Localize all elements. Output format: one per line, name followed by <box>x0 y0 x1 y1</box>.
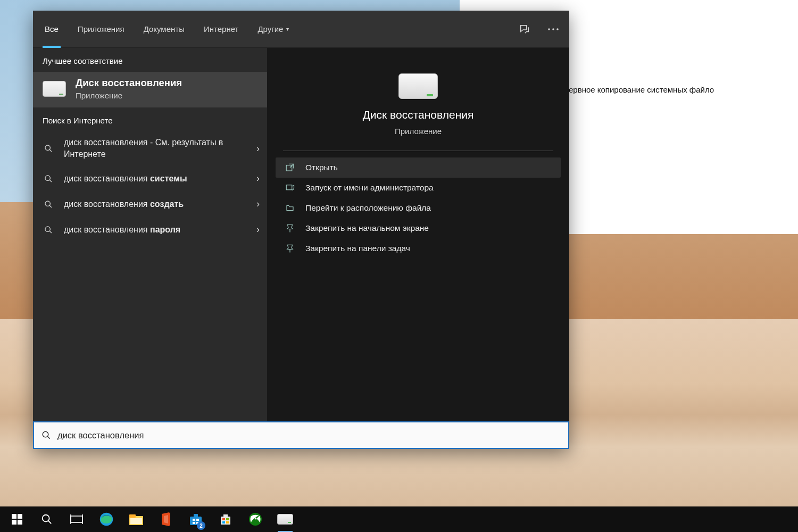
tab-docs-label: Документы <box>144 24 185 34</box>
svg-line-10 <box>49 231 52 233</box>
search-icon <box>41 430 51 440</box>
chevron-right-icon: › <box>256 198 260 210</box>
taskbar-search-button[interactable] <box>32 506 62 532</box>
svg-rect-41 <box>226 521 229 523</box>
open-icon <box>284 163 296 172</box>
web-result-item[interactable]: диск восстановления пароля › <box>33 217 267 243</box>
drive-icon <box>398 73 438 99</box>
svg-point-7 <box>45 201 50 206</box>
action-label: Запуск от имени администратора <box>305 183 434 193</box>
taskbar-app-xbox[interactable] <box>240 506 270 532</box>
chevron-right-icon: › <box>256 143 260 154</box>
search-flyout: Все Приложения Документы Интернет Другие… <box>33 11 569 449</box>
search-icon <box>43 200 54 209</box>
tab-internet[interactable]: Интернет <box>202 11 240 48</box>
tab-docs[interactable]: Документы <box>142 11 187 48</box>
web-result-text: диск восстановления - См. результаты в И… <box>64 137 247 161</box>
svg-rect-12 <box>286 185 292 190</box>
action-pin-to-taskbar[interactable]: Закрепить на панели задач <box>276 238 561 259</box>
svg-point-21 <box>43 515 49 522</box>
svg-line-6 <box>49 180 52 182</box>
action-label: Открыть <box>305 163 338 172</box>
svg-point-5 <box>45 176 50 180</box>
tab-apps-label: Приложения <box>78 24 124 34</box>
pin-icon <box>284 244 296 253</box>
action-open-file-location[interactable]: Перейти к расположению файла <box>276 198 561 218</box>
taskbar-app-file-explorer[interactable] <box>121 506 151 532</box>
folder-icon <box>284 203 296 213</box>
task-view-button[interactable] <box>62 506 92 532</box>
svg-rect-28 <box>129 514 136 518</box>
more-options-icon[interactable] <box>547 23 560 36</box>
svg-rect-39 <box>226 518 229 520</box>
action-pin-to-start[interactable]: Закрепить на начальном экране <box>276 218 561 238</box>
tab-internet-label: Интернет <box>204 24 238 34</box>
taskbar-app-recovery-drive[interactable] <box>270 506 300 532</box>
svg-line-22 <box>48 521 52 524</box>
search-tabs: Все Приложения Документы Интернет Другие… <box>33 11 569 48</box>
svg-rect-33 <box>196 519 199 521</box>
svg-rect-38 <box>222 518 225 520</box>
svg-rect-18 <box>18 514 22 519</box>
svg-rect-17 <box>12 514 16 519</box>
svg-rect-19 <box>12 520 16 525</box>
svg-rect-29 <box>130 518 142 524</box>
web-result-text: диск восстановления системы <box>64 173 247 185</box>
taskbar-app-microsoft-store-alt[interactable] <box>211 506 240 532</box>
tab-more-label: Другие <box>257 24 283 34</box>
taskbar-app-microsoft-store[interactable]: 2 <box>181 506 211 532</box>
svg-rect-36 <box>221 517 230 525</box>
svg-point-15 <box>43 431 48 437</box>
svg-rect-37 <box>223 514 228 517</box>
preview-title: Диск восстановления <box>363 109 474 121</box>
search-icon <box>43 174 54 183</box>
taskbar-app-edge[interactable] <box>92 506 121 532</box>
search-input[interactable] <box>57 430 561 440</box>
start-button[interactable] <box>2 506 32 532</box>
web-result-item[interactable]: диск восстановления системы › <box>33 166 267 192</box>
action-label: Закрепить на начальном экране <box>305 223 429 233</box>
web-result-text: диск восстановления пароля <box>64 224 247 236</box>
action-label: Закрепить на панели задач <box>305 244 410 253</box>
best-match-subtitle: Приложение <box>76 91 182 100</box>
svg-rect-32 <box>193 519 195 521</box>
chevron-down-icon: ▾ <box>286 26 289 32</box>
action-open[interactable]: Открыть <box>276 157 561 178</box>
pin-icon <box>284 223 296 233</box>
search-icon <box>43 144 54 153</box>
tab-all[interactable]: Все <box>43 11 61 48</box>
tab-more[interactable]: Другие▾ <box>255 11 291 48</box>
web-result-text: диск восстановления создать <box>64 198 247 210</box>
svg-line-4 <box>49 149 52 152</box>
store-badge: 2 <box>197 521 205 530</box>
svg-point-3 <box>45 145 50 150</box>
search-box[interactable] <box>33 421 569 449</box>
svg-rect-23 <box>71 516 82 522</box>
divider <box>283 151 553 151</box>
best-match-item[interactable]: Диск восстановления Приложение <box>33 72 267 107</box>
search-icon <box>43 226 54 234</box>
action-run-as-admin[interactable]: Запуск от имени администратора <box>276 178 561 198</box>
svg-line-8 <box>49 205 52 207</box>
action-label: Перейти к расположению файла <box>305 203 431 213</box>
svg-point-2 <box>556 28 559 30</box>
svg-rect-31 <box>194 514 198 517</box>
preview-subtitle: Приложение <box>395 127 442 136</box>
svg-point-0 <box>548 28 550 30</box>
taskbar-app-office[interactable] <box>151 506 181 532</box>
svg-rect-34 <box>193 522 195 524</box>
web-result-item[interactable]: диск восстановления - См. результаты в И… <box>33 131 267 166</box>
web-result-item[interactable]: диск восстановления создать › <box>33 192 267 217</box>
feedback-icon[interactable] <box>518 23 531 36</box>
svg-line-16 <box>47 436 50 439</box>
svg-rect-40 <box>222 521 225 523</box>
tab-all-label: Все <box>45 24 59 34</box>
web-search-header: Поиск в Интернете <box>33 107 267 131</box>
search-preview-pane: Диск восстановления Приложение Открыть З… <box>267 48 569 449</box>
svg-rect-20 <box>18 520 22 525</box>
chevron-right-icon: › <box>256 224 260 235</box>
tab-apps[interactable]: Приложения <box>76 11 127 48</box>
best-match-title: Диск восстановления <box>76 77 182 89</box>
best-match-header: Лучшее соответствие <box>33 48 267 72</box>
taskbar: 2 <box>0 506 798 532</box>
